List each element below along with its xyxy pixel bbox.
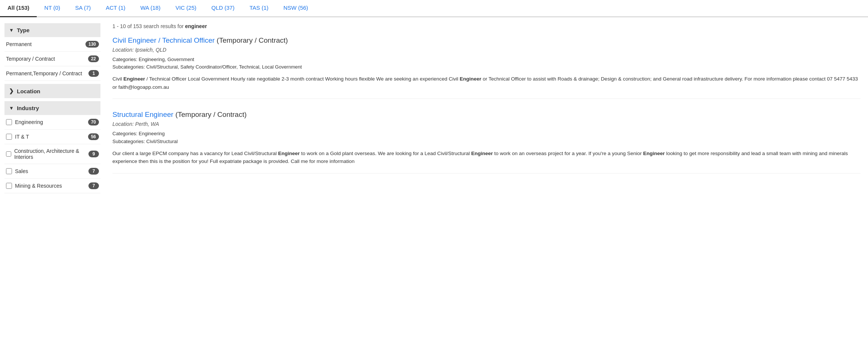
results-keyword: engineer (185, 23, 207, 29)
industry-filter-text-2: Construction, Architecture & Interiors (14, 148, 88, 160)
tab-wa[interactable]: WA (18) (133, 0, 168, 16)
industry-filter-label: Sales (6, 168, 28, 174)
type-filter-row: Permanent 130 (4, 37, 100, 52)
job-location-1: Location: Perth, WA (112, 121, 861, 127)
industry-section-header[interactable]: ▼ Industry (4, 101, 100, 115)
industry-filter-label: Engineering (6, 119, 43, 125)
type-filter-label: Permanent,Temporary / Contract (6, 70, 82, 76)
industry-filter-badge-1: 56 (88, 133, 99, 140)
tab-tas[interactable]: TAS (1) (242, 0, 276, 16)
industry-filter-row: Engineering 70 (4, 115, 100, 130)
industry-filter-badge-0: 70 (88, 119, 99, 125)
sidebar: ▼ Type Permanent 130 Temporary / Contrac… (0, 23, 105, 196)
industry-arrow-icon: ▼ (9, 105, 14, 111)
tab-vic[interactable]: VIC (25) (168, 0, 204, 16)
industry-filter-checkbox-2[interactable] (6, 151, 11, 157)
type-filter-section: ▼ Type Permanent 130 Temporary / Contrac… (4, 23, 100, 81)
job-title-link-0[interactable]: Civil Engineer / Technical Officer (112, 36, 215, 44)
job-listing-0: Civil Engineer / Technical Officer (Temp… (112, 36, 861, 99)
type-filter-row: Permanent,Temporary / Contract 1 (4, 66, 100, 81)
type-filter-text-2: Permanent,Temporary / Contract (6, 70, 82, 76)
job-contract-type-1: (Temporary / Contract) (174, 111, 247, 118)
industry-filter-checkbox-3[interactable] (6, 168, 12, 174)
type-filter-badge-0: 130 (85, 41, 99, 48)
industry-filter-section: ▼ Industry Engineering 70 IT & T 56 Cons… (4, 101, 100, 193)
industry-filter-badge-2: 9 (88, 151, 99, 157)
industry-filter-row: Construction, Architecture & Interiors 9 (4, 144, 100, 164)
job-listing-1: Structural Engineer (Temporary / Contrac… (112, 110, 861, 173)
type-filter-row: Temporary / Contract 22 (4, 52, 100, 66)
tab-sa[interactable]: SA (7) (68, 0, 99, 16)
industry-filter-checkbox-1[interactable] (6, 134, 12, 140)
job-title-0: Civil Engineer / Technical Officer (Temp… (112, 36, 861, 45)
results-summary-text: 1 - 10 of 153 search results for (112, 23, 185, 29)
type-filter-text-0: Permanent (6, 41, 31, 47)
job-description-0: Civil Engineer / Technical Officer Local… (112, 75, 861, 91)
industry-filter-text-0: Engineering (15, 119, 43, 125)
job-title-link-1[interactable]: Structural Engineer (112, 111, 174, 118)
industry-filter-row: Sales 7 (4, 164, 100, 179)
content-area: 1 - 10 of 153 search results for enginee… (105, 23, 868, 196)
tab-nt[interactable]: NT (0) (37, 0, 67, 16)
industry-filter-row: IT & T 56 (4, 130, 100, 144)
tab-nsw[interactable]: NSW (56) (276, 0, 316, 16)
tab-all[interactable]: All (153) (0, 0, 37, 17)
job-title-1: Structural Engineer (Temporary / Contrac… (112, 110, 861, 119)
location-section-header[interactable]: ❯ Location (4, 84, 100, 98)
industry-filter-badge-3: 7 (88, 168, 99, 175)
tab-act[interactable]: ACT (1) (98, 0, 133, 16)
type-section-label: Type (17, 27, 30, 33)
tab-qld[interactable]: QLD (37) (204, 0, 242, 16)
type-section-header[interactable]: ▼ Type (4, 23, 100, 37)
industry-filter-text-4: Mining & Resources (15, 183, 62, 189)
industry-filter-checkbox-4[interactable] (6, 183, 12, 189)
industry-filter-text-1: IT & T (15, 134, 29, 140)
industry-filter-text-3: Sales (15, 168, 28, 174)
job-location-0: Location: Ipswich, QLD (112, 47, 861, 53)
type-filter-badge-1: 22 (88, 55, 99, 62)
industry-filter-label: Construction, Architecture & Interiors (6, 148, 88, 160)
industry-filter-row: Mining & Resources 7 (4, 179, 100, 193)
jobs-list: Civil Engineer / Technical Officer (Temp… (112, 36, 861, 173)
location-section-label: Location (17, 88, 40, 94)
job-description-1: Our client a large EPCM company has a va… (112, 149, 861, 166)
job-categories-1: Categories: EngineeringSubcategories: Ci… (112, 130, 861, 146)
type-filter-badge-2: 1 (88, 70, 99, 77)
industry-section-label: Industry (17, 105, 39, 111)
tabs-bar: All (153)NT (0)SA (7)ACT (1)WA (18)VIC (… (0, 0, 868, 17)
type-filter-text-1: Temporary / Contract (6, 56, 55, 62)
industry-filter-label: Mining & Resources (6, 183, 62, 189)
industry-filter-label: IT & T (6, 134, 29, 140)
industry-filter-checkbox-0[interactable] (6, 119, 12, 125)
job-categories-0: Categories: Engineering, GovernmentSubca… (112, 56, 861, 72)
type-filter-label: Permanent (6, 41, 31, 47)
industry-filter-badge-4: 7 (88, 182, 99, 189)
type-filters-list: Permanent 130 Temporary / Contract 22 Pe… (4, 37, 100, 81)
industry-filters-list: Engineering 70 IT & T 56 Construction, A… (4, 115, 100, 193)
main-layout: ▼ Type Permanent 130 Temporary / Contrac… (0, 17, 868, 196)
job-contract-type-0: (Temporary / Contract) (215, 36, 288, 44)
location-filter-section: ❯ Location (4, 84, 100, 98)
type-filter-label: Temporary / Contract (6, 56, 55, 62)
type-arrow-icon: ▼ (9, 27, 14, 33)
location-arrow-icon: ❯ (9, 88, 14, 94)
results-summary: 1 - 10 of 153 search results for enginee… (112, 23, 861, 29)
